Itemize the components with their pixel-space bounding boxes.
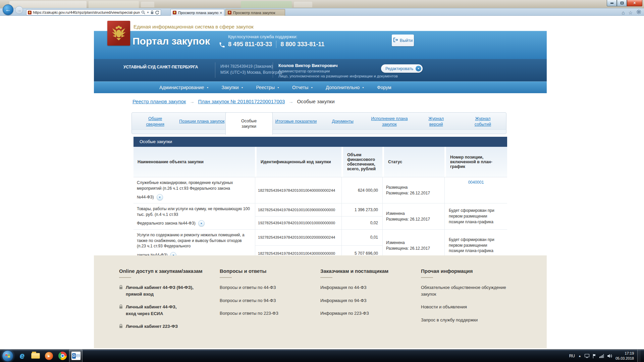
table-header: Наименование объекта закупки Идентификац… [133,147,507,177]
taskbar-clock[interactable]: 17:19 05.03.2018 [615,351,634,361]
address-bar[interactable]: https://zakupki.gov.ru/44fz/rpz/plan/str… [26,9,161,15]
tab-event-log[interactable]: Журнал событий [460,113,506,130]
footer-link-qa-44fz[interactable]: Вопросы и ответы по 44-ФЗ [220,284,305,291]
browser-tab-active[interactable]: Просмотр плана закупок × [170,9,224,16]
show-desktop-button[interactable] [637,350,641,362]
status-date: Размещена: 26.12.2017 [386,191,441,195]
status-value: Изменена [386,211,441,216]
purchase-code-cell: 182782543941978420100100390000000000 192… [255,203,341,229]
footer-link-news[interactable]: Новости и объявления [421,304,513,310]
double-eagle-icon [111,25,126,42]
purchase-code: 192782543941978420100100020000000244 [255,230,341,245]
footer-column-online-access: Online доступ к закупкам/заказам Личный … [119,268,205,337]
chevron-down-icon: ▼ [207,86,209,89]
lock-icon [119,324,123,330]
taskbar-outlook-icon[interactable]: O [69,350,83,362]
footer-link-support-request[interactable]: Запрос в службу поддержки [421,317,513,323]
amount-cell: 1 396 273,00 0,02 [341,203,382,229]
tools-gear-icon[interactable] [636,9,641,16]
tab-close-icon[interactable]: × [220,11,222,15]
menu-item-forum[interactable]: Форум [377,85,391,90]
browser-tab-inactive[interactable]: Просмотр плана закупок [225,9,285,16]
footer-link-cabinet-44fz-direct[interactable]: Личный кабинет 44-ФЗ (94-ФЗ), прямой вхо… [119,284,205,297]
column-header: Идентификационный код закупки [255,147,341,177]
taskbar-media-player-icon[interactable]: ▶ [42,350,56,362]
taskbar-explorer-folder-icon[interactable] [29,350,42,362]
table-row: Служебные командировки, проведение культ… [133,177,507,203]
position-link[interactable]: 0040001 [468,180,484,185]
user-name: Козлов Виктор Викторович [278,63,398,69]
support-label: Круглосуточная служба поддержки: [228,35,297,39]
menu-item-reports[interactable]: Отчеты ▼ [292,85,313,90]
close-icon: × [633,1,636,5]
taskbar-internet-explorer-icon[interactable]: e [15,350,29,362]
chevron-down-icon: ▼ [277,86,279,89]
footer-link-info-44fz[interactable]: Информация по 44-ФЗ [320,284,406,291]
support-phones: 8 495 811-03-33 8 800 333-81-11 [228,41,324,48]
menu-item-purchases[interactable]: Закупки ▼ [221,85,243,90]
menu-item-additional[interactable]: Дополнительно ▼ [326,85,364,90]
tab-plan-positions[interactable]: Позиции плана закупок [178,113,225,130]
tab-totals[interactable]: Итоговые показатели [273,113,319,130]
refresh-icon[interactable] [155,10,159,15]
breadcrumb: Реестр планов закупок → План закупок № 2… [132,99,335,104]
maximize-button[interactable] [617,0,627,6]
menu-label: Администрирование [159,85,204,90]
language-indicator[interactable]: RU [569,354,575,358]
column-header: Наименование объекта закупки [133,147,255,177]
autocomplete-dropdown-icon[interactable]: ▼ [147,11,149,14]
footer-link-info-94fz[interactable]: Информация по 94-ФЗ [320,297,406,304]
breadcrumb-plan-link[interactable]: План закупок № 20180172200017003 [198,99,285,104]
start-button[interactable] [2,350,13,362]
tab-version-log[interactable]: Журнал версий [413,113,460,130]
special-purchases-table: Наименование объекта закупки Идентификац… [133,147,507,261]
header-band: Портал закупок Круглосуточная служба под… [94,31,547,59]
breadcrumb-plans-registry-link[interactable]: Реестр планов закупок [132,99,186,104]
network-icon[interactable] [599,354,604,358]
menu-label: Закупки [221,85,238,90]
expand-row-button[interactable]: ▼ [198,220,205,227]
clock-date: 05.03.2018 [615,356,634,361]
footer-link-public-discussion[interactable]: Обязательное общественное обсуждение зак… [421,284,513,297]
table-row: Товары, работы или услуги на сумму, не п… [133,203,507,230]
menu-label: Дополнительно [326,85,360,90]
footer-link-qa-223fz[interactable]: Вопросы и ответы по 223-ФЗ [220,310,305,317]
logout-label: Выйти [400,38,413,43]
logout-button[interactable]: Выйти [392,35,414,46]
purchase-name-tail: №44-ФЗ) [137,194,154,200]
security-lock-icon[interactable] [151,10,154,14]
back-button[interactable]: ← [3,4,13,15]
system-tray: RU ▲ 17:19 05.03.2018 [569,350,641,362]
tab-special-purchases[interactable]: Особые закупки [225,112,273,135]
expand-row-button[interactable]: ▼ [157,194,163,200]
hidden-icons-arrow[interactable]: ▲ [578,354,581,358]
action-center-flag-icon[interactable] [593,354,596,358]
footer-link-info-223fz[interactable]: Информация по 223-ФЗ [320,310,406,317]
purchase-name: Товары, работы или услуги на сумму, не п… [137,206,250,217]
home-icon[interactable]: ⌂ [622,10,625,15]
forward-button[interactable]: → [15,6,23,14]
search-icon[interactable] [141,10,145,14]
close-button[interactable]: × [627,0,642,6]
volume-icon[interactable] [607,354,612,358]
taskbar-chrome-icon[interactable] [56,350,69,362]
display-icon[interactable] [585,354,589,358]
url-text[interactable]: https://zakupki.gov.ru/44fz/rpz/plan/str… [33,10,140,14]
footer-link-qa-94fz[interactable]: Вопросы и ответы по 94-ФЗ [220,297,305,304]
tab-general-info[interactable]: Общие сведения [132,113,178,130]
minimize-button[interactable] [607,0,617,6]
footer-link-cabinet-44fz-esia[interactable]: Личный кабинет 44-ФЗ, вход через ЕСИА [119,304,205,317]
tab-documents[interactable]: Документы [319,113,366,130]
footer-link-cabinet-223fz[interactable]: Личный кабинет 223-ФЗ [119,323,205,330]
menu-item-registries[interactable]: Реестры ▼ [256,85,279,90]
status-value: Изменена [386,240,441,245]
tab-title: Просмотр плана закупок [233,11,283,15]
edit-button[interactable]: Редактировать ▼ [381,64,423,73]
chevron-down-icon: ▼ [416,66,421,71]
lock-icon [119,304,123,317]
tab-plan-execution[interactable]: Исполнение плана закупок [366,113,413,130]
menu-item-administration[interactable]: Администрирование ▼ [159,85,209,90]
amount-value: 0,01 [342,230,382,245]
favorites-star-icon[interactable]: ☆ [628,10,633,15]
site-footer: Online доступ к закупкам/заказам Личный … [94,255,547,348]
